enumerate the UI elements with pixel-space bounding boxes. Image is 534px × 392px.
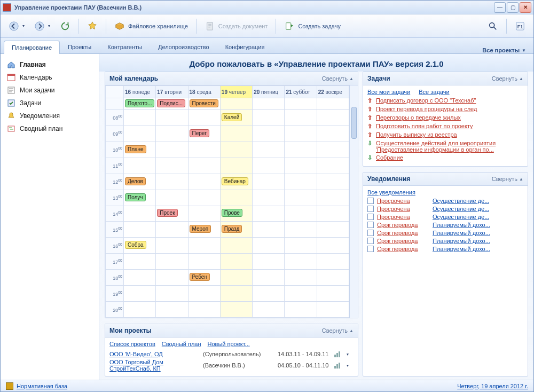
calendar-event[interactable]: Калей xyxy=(222,113,242,121)
maximize-button[interactable]: ▢ xyxy=(507,2,519,13)
notification-status-link[interactable]: Срок перевода xyxy=(377,238,429,244)
calendar-cell[interactable] xyxy=(124,110,156,126)
chart-icon[interactable] xyxy=(334,350,341,358)
calendar-cell[interactable] xyxy=(253,206,285,222)
all-my-tasks-link[interactable]: Все мои задачи xyxy=(367,89,410,95)
calendar-day-header[interactable]: 21 суббот xyxy=(285,86,317,98)
calendar-cell[interactable] xyxy=(253,286,285,302)
calendar-cell[interactable]: Калей xyxy=(220,110,252,126)
calendar-cell[interactable] xyxy=(156,110,188,126)
calendar-cell[interactable] xyxy=(220,254,252,270)
calendar-cell[interactable] xyxy=(156,142,188,158)
calendar-cell[interactable] xyxy=(156,238,188,254)
notification-status-link[interactable]: Просрочена xyxy=(377,214,429,220)
create-task-button[interactable]: Создать задачу xyxy=(280,18,344,34)
calendar-cell[interactable] xyxy=(253,174,285,190)
calendar-cell[interactable] xyxy=(285,270,317,286)
task-link[interactable]: Осуществление действий для мероприятия '… xyxy=(376,140,523,153)
close-button[interactable]: ✕ xyxy=(520,2,531,13)
favorites-button[interactable] xyxy=(83,18,101,34)
collapse-button[interactable]: Свернуть▲ xyxy=(492,75,523,82)
all-projects-dropdown[interactable]: Все проекты ▼ xyxy=(478,47,530,53)
calendar-event[interactable]: Прове xyxy=(222,209,242,217)
calendar-cell[interactable] xyxy=(220,158,252,174)
task-link[interactable]: Переговоры о передаче жилых xyxy=(376,114,523,121)
calendar-cell[interactable] xyxy=(285,238,317,254)
calendar-event[interactable]: Вебинар xyxy=(222,177,248,185)
notification-desc-link[interactable]: Осуществление де... xyxy=(433,206,489,212)
tab-contractors[interactable]: Контрагенты xyxy=(99,40,150,53)
all-notifications-link[interactable]: Все уведомления xyxy=(367,189,415,195)
calendar-cell[interactable] xyxy=(253,254,285,270)
calendar-cell[interactable]: Празд xyxy=(220,222,252,238)
calendar-cell[interactable] xyxy=(285,190,317,206)
calendar-allday-cell[interactable] xyxy=(285,98,317,110)
calendar-cell[interactable] xyxy=(253,158,285,174)
calendar-cell[interactable] xyxy=(220,238,252,254)
calendar-cell[interactable] xyxy=(156,190,188,206)
calendar-cell[interactable]: Делов xyxy=(124,174,156,190)
calendar-cell[interactable] xyxy=(285,206,317,222)
calendar-cell[interactable] xyxy=(124,270,156,286)
project-name-link[interactable]: ООО 'М-Видео', ОД xyxy=(109,351,198,357)
calendar-cell[interactable]: Ребен xyxy=(188,270,220,286)
calendar-event[interactable]: Собра xyxy=(125,241,146,249)
checkbox[interactable] xyxy=(367,198,374,204)
calendar-event[interactable]: Перег xyxy=(190,129,210,137)
checkbox[interactable] xyxy=(367,230,374,236)
calendar-cell[interactable]: Получ xyxy=(124,190,156,206)
notification-desc-link[interactable]: Осуществление де... xyxy=(433,214,489,220)
calendar-event[interactable]: Подгото... xyxy=(125,99,154,107)
calendar-day-header[interactable]: 17 вторни xyxy=(156,86,188,98)
notification-status-link[interactable]: Срок перевода xyxy=(377,230,429,236)
calendar-cell[interactable] xyxy=(317,238,349,254)
calendar-event[interactable]: Провести xyxy=(190,99,218,107)
calendar-cell[interactable] xyxy=(156,302,188,318)
nav-back-button[interactable]: ▾ xyxy=(5,18,28,34)
calendar-cell[interactable] xyxy=(220,126,252,142)
calendar-cell[interactable] xyxy=(253,270,285,286)
calendar-cell[interactable] xyxy=(285,286,317,302)
calendar-cell[interactable] xyxy=(220,286,252,302)
projects-summary-link[interactable]: Сводный план xyxy=(162,341,201,347)
tab-projects[interactable]: Проекты xyxy=(60,40,99,53)
calendar-cell[interactable] xyxy=(317,158,349,174)
calendar-cell[interactable] xyxy=(285,174,317,190)
task-link[interactable]: Собрание xyxy=(376,154,523,161)
checkbox[interactable] xyxy=(367,214,374,220)
calendar-event[interactable]: Получ xyxy=(125,193,146,201)
calendar-cell[interactable] xyxy=(285,222,317,238)
calendar-cell[interactable] xyxy=(285,142,317,158)
checkbox[interactable] xyxy=(367,246,374,252)
task-link[interactable]: Проект перевода процедуры на след xyxy=(376,106,523,112)
calendar-cell[interactable] xyxy=(253,126,285,142)
calendar-grid[interactable]: 16 понеде17 вторни18 среда19 четвер20 пя… xyxy=(105,85,349,318)
sidebar-item-my-tasks[interactable]: Мои задачи xyxy=(1,84,99,97)
calendar-cell[interactable] xyxy=(253,190,285,206)
calendar-cell[interactable] xyxy=(188,174,220,190)
calendar-cell[interactable]: Перег xyxy=(188,126,220,142)
calendar-cell[interactable] xyxy=(156,126,188,142)
collapse-button[interactable]: Свернуть▲ xyxy=(322,327,354,334)
calendar-cell[interactable] xyxy=(156,158,188,174)
checkbox[interactable] xyxy=(367,206,374,212)
calendar-cell[interactable]: Вебинар xyxy=(220,174,252,190)
new-project-link[interactable]: Новый проект... xyxy=(208,341,250,347)
sidebar-item-notifications[interactable]: Уведомления xyxy=(1,109,99,122)
notification-desc-link[interactable]: Планируемый дохо... xyxy=(433,222,490,228)
calendar-cell[interactable] xyxy=(253,302,285,318)
calendar-cell[interactable] xyxy=(220,302,252,318)
calendar-cell[interactable] xyxy=(285,254,317,270)
calendar-event[interactable]: Делов xyxy=(125,177,146,185)
calendar-cell[interactable] xyxy=(124,206,156,222)
tab-docflow[interactable]: Делопроизводство xyxy=(150,40,217,53)
help-button[interactable]: F1 xyxy=(511,18,529,34)
calendar-cell[interactable] xyxy=(124,126,156,142)
calendar-cell[interactable] xyxy=(317,190,349,206)
calendar-cell[interactable] xyxy=(124,286,156,302)
footer-left-link[interactable]: Нормативная база xyxy=(17,383,67,389)
calendar-cell[interactable] xyxy=(188,142,220,158)
calendar-day-header[interactable]: 20 пятниц xyxy=(253,86,285,98)
calendar-day-header[interactable]: 22 воскре xyxy=(317,86,349,98)
footer-date-link[interactable]: Четверг, 19 апреля 2012 г. xyxy=(457,383,528,389)
